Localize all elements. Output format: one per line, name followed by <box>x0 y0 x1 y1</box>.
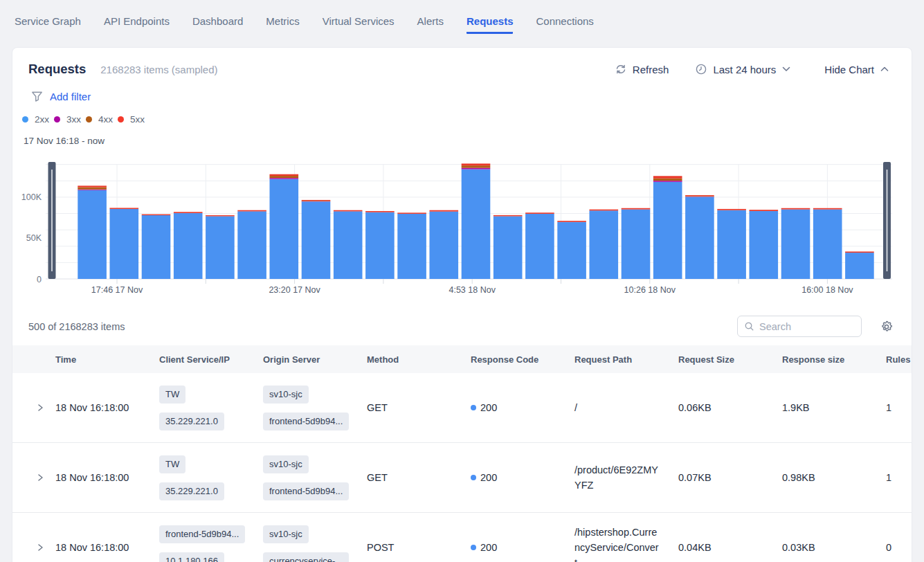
bar-5xx-16[interactable] <box>590 210 619 211</box>
search-input[interactable] <box>759 321 854 332</box>
row-expander[interactable] <box>35 473 45 482</box>
service-tag[interactable]: 35.229.221.0 <box>159 482 224 500</box>
nav-item-api-endpoints[interactable]: API Endpoints <box>104 15 170 34</box>
nav-item-requests[interactable]: Requests <box>466 15 514 34</box>
bar-5xx-12[interactable] <box>462 163 491 165</box>
time-range-selector[interactable]: Last 24 hours <box>696 64 790 75</box>
bar-5xx-5[interactable] <box>237 210 266 212</box>
bar-2xx-10[interactable] <box>397 214 426 279</box>
service-tag[interactable]: frontend-5d9b94... <box>263 482 349 500</box>
nav-item-metrics[interactable]: Metrics <box>266 15 299 34</box>
service-tag[interactable]: sv10-sjc <box>263 525 309 543</box>
search-box[interactable] <box>737 316 862 337</box>
add-filter-button[interactable]: Add filter <box>31 91 91 102</box>
zoom-handle-left[interactable] <box>48 162 56 279</box>
bar-4xx-19[interactable] <box>685 196 714 197</box>
bar-2xx-17[interactable] <box>622 209 651 279</box>
bar-4xx-0[interactable] <box>78 187 107 189</box>
clock-icon <box>696 64 707 75</box>
bar-5xx-17[interactable] <box>622 208 651 210</box>
bar-4xx-12[interactable] <box>462 165 491 167</box>
bar-5xx-8[interactable] <box>334 210 363 212</box>
bar-5xx-2[interactable] <box>142 215 171 215</box>
table-settings-button[interactable] <box>880 320 893 336</box>
bar-5xx-11[interactable] <box>430 210 459 212</box>
bar-2xx-1[interactable] <box>110 209 139 279</box>
bar-2xx-6[interactable] <box>270 179 299 279</box>
bar-2xx-0[interactable] <box>78 190 107 279</box>
bar-2xx-8[interactable] <box>334 211 363 279</box>
bar-5xx-6[interactable] <box>270 174 299 176</box>
refresh-button[interactable]: Refresh <box>615 64 669 75</box>
bar-2xx-22[interactable] <box>781 209 810 279</box>
service-tag[interactable]: 35.229.221.0 <box>159 413 224 430</box>
items-count-label: 2168283 items (sampled) <box>100 64 217 75</box>
bar-2xx-20[interactable] <box>717 210 746 279</box>
bar-2xx-9[interactable] <box>365 212 395 279</box>
service-tag[interactable]: sv10-sjc <box>263 386 309 404</box>
service-tag[interactable]: frontend-5d9b94... <box>159 525 245 543</box>
legend-item-2xx[interactable]: 2xx <box>22 114 49 125</box>
service-tag[interactable]: 10.1.180.166 <box>159 552 224 562</box>
bar-2xx-19[interactable] <box>685 197 714 279</box>
row-expander[interactable] <box>35 543 45 552</box>
bar-5xx-21[interactable] <box>750 210 779 211</box>
bar-4xx-7[interactable] <box>302 201 331 201</box>
bar-5xx-4[interactable] <box>206 215 235 216</box>
nav-item-virtual-services[interactable]: Virtual Services <box>323 15 395 34</box>
service-tag[interactable]: currencyservice-... <box>263 552 349 562</box>
nav-item-service-graph[interactable]: Service Graph <box>15 15 81 34</box>
bar-5xx-20[interactable] <box>717 209 746 210</box>
bar-2xx-23[interactable] <box>813 209 842 279</box>
bar-2xx-21[interactable] <box>750 211 779 279</box>
zoom-handle-right[interactable] <box>883 162 891 279</box>
bar-5xx-0[interactable] <box>78 185 107 187</box>
service-tag[interactable]: sv10-sjc <box>263 455 309 473</box>
service-tag[interactable]: TW <box>159 455 185 473</box>
row-expander[interactable] <box>35 403 45 413</box>
bar-2xx-5[interactable] <box>237 211 266 279</box>
bar-4xx-6[interactable] <box>270 176 299 178</box>
bar-2xx-12[interactable] <box>462 170 491 279</box>
bar-2xx-4[interactable] <box>206 216 235 279</box>
row-method: POST <box>367 542 394 553</box>
bar-2xx-7[interactable] <box>302 201 331 279</box>
bar-2xx-13[interactable] <box>493 216 523 279</box>
service-tag[interactable]: TW <box>159 386 185 404</box>
bar-2xx-3[interactable] <box>174 213 203 279</box>
nav-item-connections[interactable]: Connections <box>536 15 593 34</box>
bar-5xx-3[interactable] <box>174 212 203 213</box>
bar-5xx-7[interactable] <box>302 200 331 201</box>
bar-5xx-24[interactable] <box>845 251 874 253</box>
bar-2xx-18[interactable] <box>653 182 682 279</box>
bar-2xx-24[interactable] <box>845 253 874 279</box>
bar-5xx-13[interactable] <box>493 215 523 217</box>
bar-5xx-14[interactable] <box>525 212 554 214</box>
bar-2xx-15[interactable] <box>557 222 586 279</box>
bar-3xx-6[interactable] <box>270 178 299 179</box>
bar-5xx-19[interactable] <box>685 195 714 196</box>
row-time: 18 Nov 16:18:00 <box>55 472 129 483</box>
nav-item-alerts[interactable]: Alerts <box>417 15 444 34</box>
bar-5xx-10[interactable] <box>397 212 426 214</box>
bar-5xx-1[interactable] <box>110 208 139 209</box>
nav-item-dashboard[interactable]: Dashboard <box>192 15 243 34</box>
bar-3xx-12[interactable] <box>462 168 491 170</box>
bar-2xx-16[interactable] <box>590 210 619 279</box>
legend-item-3xx[interactable]: 3xx <box>54 114 81 125</box>
bar-2xx-11[interactable] <box>430 212 459 279</box>
bar-5xx-22[interactable] <box>781 208 810 210</box>
bar-5xx-18[interactable] <box>653 176 682 178</box>
hide-chart-button[interactable]: Hide Chart <box>824 64 889 75</box>
bar-3xx-0[interactable] <box>78 190 107 190</box>
bar-3xx-18[interactable] <box>653 181 682 182</box>
bar-2xx-14[interactable] <box>525 214 554 279</box>
bar-2xx-2[interactable] <box>142 215 171 279</box>
legend-item-4xx[interactable]: 4xx <box>86 114 113 125</box>
service-tag[interactable]: frontend-5d9b94... <box>263 413 349 430</box>
legend-item-5xx[interactable]: 5xx <box>118 114 145 125</box>
bar-5xx-23[interactable] <box>813 208 842 210</box>
bar-4xx-18[interactable] <box>653 179 682 181</box>
bar-5xx-15[interactable] <box>557 221 586 222</box>
bar-5xx-9[interactable] <box>365 211 395 212</box>
